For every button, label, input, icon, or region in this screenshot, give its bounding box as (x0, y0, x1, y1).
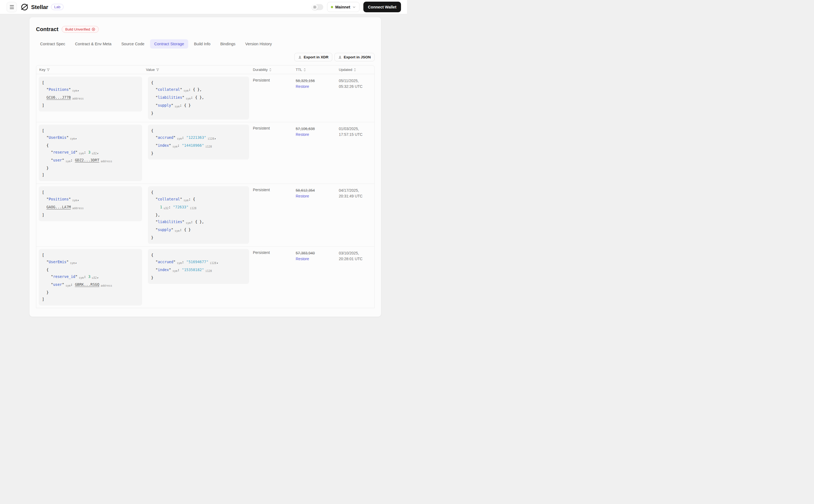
tab-contract-storage[interactable]: Contract Storage (150, 39, 188, 49)
export-xdr-button[interactable]: Export in XDR (294, 53, 332, 61)
code-token: " (151, 95, 158, 100)
code-line: 1u32: "72633"i128 (151, 204, 246, 212)
tab-source-code[interactable]: Source Code (117, 39, 149, 49)
build-unverified-label: Build Unverified (65, 27, 90, 31)
column-header-key[interactable]: Key (36, 68, 145, 72)
code-line: } (151, 150, 246, 157)
table-row: [ "Positions"sym, GCU6...J77Baddress]{ "… (36, 74, 374, 122)
circle-x-icon[interactable] (92, 28, 95, 31)
code-line: ] (42, 212, 139, 218)
code-token: " (151, 135, 158, 140)
code-token: " (75, 150, 77, 154)
sort-icon[interactable] (303, 68, 306, 72)
code-token: supply (158, 103, 171, 107)
download-icon (338, 55, 342, 59)
code-line: [ (42, 189, 139, 196)
tab-contract-spec[interactable]: Contract Spec (36, 39, 69, 49)
connect-wallet-button[interactable]: Connect Wallet (363, 2, 401, 12)
code-token: sym (72, 199, 77, 202)
table-row: [ "Positions"sym, GAOG...LA7Maddress]{ "… (36, 184, 374, 247)
sort-icon[interactable] (354, 68, 356, 72)
code-token: " (69, 87, 71, 92)
code-token: " (151, 197, 158, 201)
hamburger-icon (10, 5, 14, 9)
tab-bindings[interactable]: Bindings (216, 39, 240, 49)
code-line: [ (42, 127, 139, 134)
restore-link[interactable]: Restore (296, 193, 309, 199)
hamburger-menu-button[interactable] (7, 2, 17, 12)
code-token: : { }, (191, 95, 204, 100)
column-label: Key (39, 68, 45, 72)
restore-link[interactable]: Restore (296, 84, 309, 89)
value-code-block: { "collateral"sym: { 1u32: "72633"i128 }… (148, 186, 249, 244)
code-token: { (151, 80, 153, 85)
restore-link[interactable]: Restore (296, 132, 309, 137)
table-body: [ "Positions"sym, GCU6...J77Baddress]{ "… (36, 74, 374, 252)
address-link[interactable]: GCU6...J77B (46, 95, 71, 100)
lab-badge: Lab (51, 4, 64, 10)
code-line: ] (42, 102, 139, 109)
code-line: "collateral"sym: { }, (151, 86, 246, 94)
code-token: address (101, 160, 112, 163)
updated-line: 05:32:26 UTC (339, 84, 374, 89)
code-token: collateral (158, 197, 180, 201)
key-code-block: [ "UserEmis"sym, { "reserve_id"sym: 3u32… (39, 249, 142, 252)
code-token: supply (158, 227, 171, 232)
code-line: "Positions"sym, (42, 196, 139, 204)
code-token: " (69, 197, 71, 201)
code-token: : (70, 158, 75, 162)
code-token: " (151, 87, 158, 92)
code-token: address (72, 207, 84, 210)
key-code-block: [ "UserEmis"sym, { "reserve_id"sym: 3u32… (39, 125, 142, 181)
filter-icon[interactable] (47, 68, 50, 71)
code-token: sym (79, 152, 84, 155)
export-json-label: Export in JSON (344, 55, 371, 59)
address-link[interactable]: GAOG...LA7M (46, 205, 71, 209)
code-token: sym (186, 97, 191, 100)
tab-build-info[interactable]: Build Info (190, 39, 214, 49)
table-header-row: KeyValueDurabilityTTLUpdated (36, 65, 374, 74)
code-token: : (177, 143, 182, 148)
updated-line: 20:31:49 UTC (339, 193, 374, 199)
code-line: "supply"sym: { } (151, 102, 246, 110)
value-code-block: { "accrued"sym: "1221363"i128, "index"sy… (148, 125, 249, 160)
filter-icon[interactable] (156, 68, 159, 71)
durability-cell: Persistent (252, 74, 295, 122)
code-token: : { } (179, 103, 191, 107)
code-token: " (180, 87, 182, 92)
address-link[interactable]: GDZ2...3DRT (75, 158, 99, 162)
tab-version-history[interactable]: Version History (241, 39, 276, 49)
brand[interactable]: Stellar Lab (21, 3, 64, 11)
export-json-button[interactable]: Export in JSON (334, 53, 375, 61)
code-token: reserve_id (53, 150, 75, 154)
column-header-ttl[interactable]: TTL (295, 68, 338, 72)
key-cell: [ "Positions"sym, GAOG...LA7Maddress] (36, 184, 145, 246)
code-token: " (151, 227, 158, 232)
code-line: [ (42, 252, 139, 252)
column-header-durability[interactable]: Durability (252, 68, 295, 72)
tab-contract-env-meta[interactable]: Contract & Env Meta (71, 39, 116, 49)
code-token: } (42, 166, 49, 170)
code-line: } (42, 165, 139, 172)
column-header-value[interactable]: Value (145, 68, 252, 72)
value-code-block: { "accrued"sym: "51694677"i128, "index"s… (148, 249, 249, 252)
code-token: : (169, 205, 173, 209)
updated-cell: 03/10/2025,20:28:01 UTC (338, 247, 374, 252)
code-token (42, 95, 46, 100)
code-token: " (42, 87, 49, 92)
build-unverified-badge: Build Unverified (62, 26, 99, 33)
ttl-cell: 58,329,156Restore (295, 74, 338, 122)
code-token: i128 (208, 137, 214, 140)
column-header-updated[interactable]: Updated (338, 68, 374, 72)
code-token: liabilities (158, 95, 182, 100)
code-token: }, (151, 213, 160, 217)
code-token: 1 (160, 205, 162, 209)
code-line: }, (151, 212, 246, 218)
network-selector[interactable]: Mainnet (327, 2, 360, 12)
theme-toggle[interactable] (312, 4, 323, 10)
code-token: : (84, 150, 88, 154)
sort-icon[interactable] (269, 68, 272, 72)
value-code-block: { "collateral"sym: { }, "liabilities"sym… (148, 77, 249, 119)
code-token: [ (42, 190, 44, 194)
code-token: " (66, 135, 68, 140)
